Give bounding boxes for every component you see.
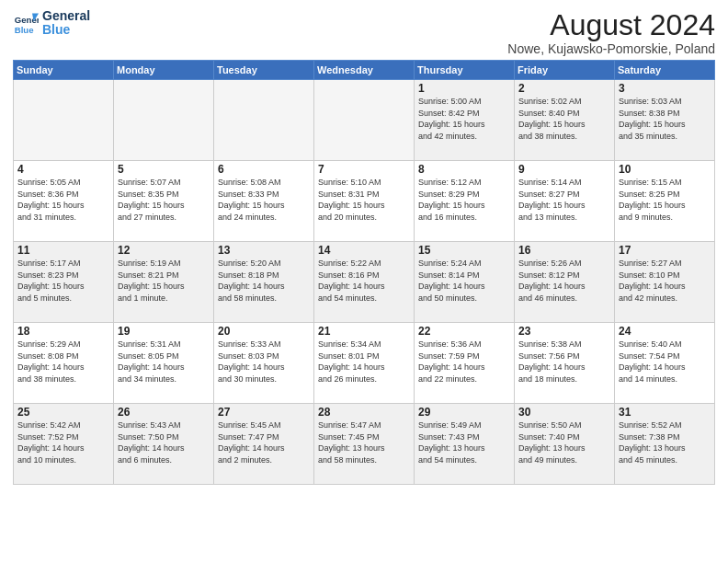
calendar-cell: 28Sunrise: 5:47 AM Sunset: 7:45 PM Dayli… bbox=[314, 404, 415, 485]
logo: General Blue General Blue bbox=[13, 9, 90, 38]
day-number: 16 bbox=[518, 244, 610, 257]
calendar-cell bbox=[14, 80, 114, 161]
calendar-cell: 12Sunrise: 5:19 AM Sunset: 8:21 PM Dayli… bbox=[114, 242, 214, 323]
title-block: August 2024 Nowe, Kujawsko-Pomorskie, Po… bbox=[507, 9, 715, 56]
calendar-cell: 9Sunrise: 5:14 AM Sunset: 8:27 PM Daylig… bbox=[515, 161, 615, 242]
calendar-cell: 8Sunrise: 5:12 AM Sunset: 8:29 PM Daylig… bbox=[415, 161, 515, 242]
calendar-week-row: 4Sunrise: 5:05 AM Sunset: 8:36 PM Daylig… bbox=[14, 161, 715, 242]
logo-icon: General Blue bbox=[13, 10, 39, 36]
day-number: 30 bbox=[518, 406, 610, 419]
day-number: 4 bbox=[17, 163, 109, 176]
calendar-cell: 6Sunrise: 5:08 AM Sunset: 8:33 PM Daylig… bbox=[214, 161, 314, 242]
day-number: 11 bbox=[17, 244, 109, 257]
day-info: Sunrise: 5:29 AM Sunset: 8:08 PM Dayligh… bbox=[17, 339, 109, 385]
calendar-cell: 23Sunrise: 5:38 AM Sunset: 7:56 PM Dayli… bbox=[515, 323, 615, 404]
calendar-cell bbox=[214, 80, 314, 161]
day-info: Sunrise: 5:52 AM Sunset: 7:38 PM Dayligh… bbox=[619, 419, 711, 465]
day-number: 17 bbox=[619, 244, 711, 257]
calendar-cell: 20Sunrise: 5:33 AM Sunset: 8:03 PM Dayli… bbox=[214, 323, 314, 404]
calendar-cell: 2Sunrise: 5:02 AM Sunset: 8:40 PM Daylig… bbox=[515, 80, 615, 161]
day-number: 29 bbox=[418, 406, 510, 419]
calendar-cell: 15Sunrise: 5:24 AM Sunset: 8:14 PM Dayli… bbox=[415, 242, 515, 323]
calendar-cell: 14Sunrise: 5:22 AM Sunset: 8:16 PM Dayli… bbox=[314, 242, 415, 323]
day-info: Sunrise: 5:22 AM Sunset: 8:16 PM Dayligh… bbox=[318, 258, 410, 304]
day-number: 8 bbox=[418, 163, 510, 176]
calendar-cell: 5Sunrise: 5:07 AM Sunset: 8:35 PM Daylig… bbox=[114, 161, 214, 242]
calendar-cell: 22Sunrise: 5:36 AM Sunset: 7:59 PM Dayli… bbox=[415, 323, 515, 404]
day-info: Sunrise: 5:49 AM Sunset: 7:43 PM Dayligh… bbox=[418, 419, 510, 465]
day-number: 23 bbox=[518, 325, 610, 338]
day-number: 13 bbox=[218, 244, 310, 257]
calendar-week-row: 25Sunrise: 5:42 AM Sunset: 7:52 PM Dayli… bbox=[14, 404, 715, 485]
page-container: General Blue General Blue August 2024 No… bbox=[0, 0, 728, 492]
day-info: Sunrise: 5:47 AM Sunset: 7:45 PM Dayligh… bbox=[318, 419, 410, 465]
day-number: 25 bbox=[17, 406, 109, 419]
weekday-header-row: SundayMondayTuesdayWednesdayThursdayFrid… bbox=[14, 61, 715, 80]
day-info: Sunrise: 5:15 AM Sunset: 8:25 PM Dayligh… bbox=[619, 177, 711, 223]
logo-line2: Blue bbox=[42, 23, 90, 37]
weekday-header: Monday bbox=[114, 61, 214, 80]
calendar-cell: 29Sunrise: 5:49 AM Sunset: 7:43 PM Dayli… bbox=[415, 404, 515, 485]
day-number: 10 bbox=[619, 163, 711, 176]
day-info: Sunrise: 5:50 AM Sunset: 7:40 PM Dayligh… bbox=[518, 419, 610, 465]
day-info: Sunrise: 5:12 AM Sunset: 8:29 PM Dayligh… bbox=[418, 177, 510, 223]
calendar-week-row: 1Sunrise: 5:00 AM Sunset: 8:42 PM Daylig… bbox=[14, 80, 715, 161]
day-number: 12 bbox=[118, 244, 210, 257]
calendar-cell: 21Sunrise: 5:34 AM Sunset: 8:01 PM Dayli… bbox=[314, 323, 415, 404]
svg-text:Blue: Blue bbox=[15, 25, 34, 35]
day-info: Sunrise: 5:03 AM Sunset: 8:38 PM Dayligh… bbox=[619, 96, 711, 142]
day-number: 21 bbox=[318, 325, 410, 338]
logo-text: General Blue bbox=[42, 9, 90, 38]
calendar-cell: 1Sunrise: 5:00 AM Sunset: 8:42 PM Daylig… bbox=[415, 80, 515, 161]
day-info: Sunrise: 5:45 AM Sunset: 7:47 PM Dayligh… bbox=[218, 419, 310, 465]
day-info: Sunrise: 5:17 AM Sunset: 8:23 PM Dayligh… bbox=[17, 258, 109, 304]
day-info: Sunrise: 5:27 AM Sunset: 8:10 PM Dayligh… bbox=[619, 258, 711, 304]
day-info: Sunrise: 5:14 AM Sunset: 8:27 PM Dayligh… bbox=[518, 177, 610, 223]
calendar-cell: 27Sunrise: 5:45 AM Sunset: 7:47 PM Dayli… bbox=[214, 404, 314, 485]
day-number: 18 bbox=[17, 325, 109, 338]
day-info: Sunrise: 5:42 AM Sunset: 7:52 PM Dayligh… bbox=[17, 419, 109, 465]
day-info: Sunrise: 5:38 AM Sunset: 7:56 PM Dayligh… bbox=[518, 339, 610, 385]
calendar-cell bbox=[314, 80, 415, 161]
day-info: Sunrise: 5:05 AM Sunset: 8:36 PM Dayligh… bbox=[17, 177, 109, 223]
calendar-cell: 10Sunrise: 5:15 AM Sunset: 8:25 PM Dayli… bbox=[615, 161, 715, 242]
calendar-week-row: 11Sunrise: 5:17 AM Sunset: 8:23 PM Dayli… bbox=[14, 242, 715, 323]
day-number: 2 bbox=[518, 82, 610, 95]
weekday-header: Thursday bbox=[415, 61, 515, 80]
logo-line1: General bbox=[42, 9, 90, 23]
day-info: Sunrise: 5:34 AM Sunset: 8:01 PM Dayligh… bbox=[318, 339, 410, 385]
calendar-cell: 19Sunrise: 5:31 AM Sunset: 8:05 PM Dayli… bbox=[114, 323, 214, 404]
day-number: 5 bbox=[118, 163, 210, 176]
day-number: 19 bbox=[118, 325, 210, 338]
calendar-week-row: 18Sunrise: 5:29 AM Sunset: 8:08 PM Dayli… bbox=[14, 323, 715, 404]
day-info: Sunrise: 5:08 AM Sunset: 8:33 PM Dayligh… bbox=[218, 177, 310, 223]
day-number: 31 bbox=[619, 406, 711, 419]
header: General Blue General Blue August 2024 No… bbox=[13, 9, 715, 56]
day-number: 20 bbox=[218, 325, 310, 338]
day-number: 3 bbox=[619, 82, 711, 95]
day-number: 7 bbox=[318, 163, 410, 176]
calendar-cell: 3Sunrise: 5:03 AM Sunset: 8:38 PM Daylig… bbox=[615, 80, 715, 161]
calendar-cell: 13Sunrise: 5:20 AM Sunset: 8:18 PM Dayli… bbox=[214, 242, 314, 323]
calendar-cell bbox=[114, 80, 214, 161]
day-info: Sunrise: 5:43 AM Sunset: 7:50 PM Dayligh… bbox=[118, 419, 210, 465]
day-number: 22 bbox=[418, 325, 510, 338]
day-info: Sunrise: 5:02 AM Sunset: 8:40 PM Dayligh… bbox=[518, 96, 610, 142]
day-info: Sunrise: 5:40 AM Sunset: 7:54 PM Dayligh… bbox=[619, 339, 711, 385]
day-info: Sunrise: 5:33 AM Sunset: 8:03 PM Dayligh… bbox=[218, 339, 310, 385]
weekday-header: Friday bbox=[515, 61, 615, 80]
day-info: Sunrise: 5:31 AM Sunset: 8:05 PM Dayligh… bbox=[118, 339, 210, 385]
calendar-cell: 30Sunrise: 5:50 AM Sunset: 7:40 PM Dayli… bbox=[515, 404, 615, 485]
day-number: 27 bbox=[218, 406, 310, 419]
weekday-header: Saturday bbox=[615, 61, 715, 80]
day-number: 1 bbox=[418, 82, 510, 95]
calendar-cell: 11Sunrise: 5:17 AM Sunset: 8:23 PM Dayli… bbox=[14, 242, 114, 323]
calendar-cell: 31Sunrise: 5:52 AM Sunset: 7:38 PM Dayli… bbox=[615, 404, 715, 485]
day-number: 15 bbox=[418, 244, 510, 257]
calendar-cell: 18Sunrise: 5:29 AM Sunset: 8:08 PM Dayli… bbox=[14, 323, 114, 404]
day-number: 24 bbox=[619, 325, 711, 338]
day-info: Sunrise: 5:19 AM Sunset: 8:21 PM Dayligh… bbox=[118, 258, 210, 304]
day-number: 28 bbox=[318, 406, 410, 419]
calendar-cell: 25Sunrise: 5:42 AM Sunset: 7:52 PM Dayli… bbox=[14, 404, 114, 485]
month-title: August 2024 bbox=[507, 9, 715, 41]
